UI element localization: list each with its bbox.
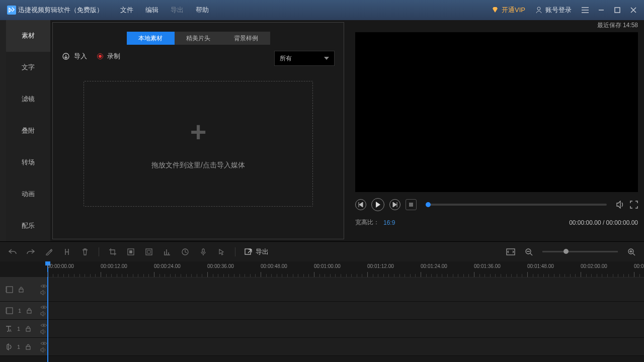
zoom-knob[interactable] — [564, 249, 569, 254]
svg-point-15 — [43, 285, 45, 287]
timeline-export-button[interactable]: 导出 — [245, 247, 269, 256]
svg-rect-8 — [202, 249, 204, 252]
sidebar-item-animation[interactable]: 动画 — [6, 178, 50, 210]
open-vip-button[interactable]: 开通VIP — [492, 6, 525, 15]
current-time: 00:00:00.00 — [569, 219, 601, 226]
tab-local-media[interactable]: 本地素材 — [127, 32, 175, 45]
vip-label: 开通VIP — [502, 6, 525, 15]
zoom-slider[interactable] — [542, 251, 618, 252]
next-frame-button[interactable] — [389, 199, 400, 210]
video-track[interactable] — [0, 278, 644, 302]
tab-intro[interactable]: 精美片头 — [175, 32, 222, 45]
ruler-label: 00:01:00.00 — [314, 263, 341, 269]
sidebar-item-transition[interactable]: 转场 — [6, 146, 50, 178]
mute-icon[interactable] — [40, 329, 47, 334]
undo-button[interactable] — [8, 247, 17, 256]
titlebar: 迅捷视频剪辑软件（免费版） 文件 编辑 导出 帮助 开通VIP 账号登录 — [0, 0, 644, 20]
track-body[interactable] — [47, 302, 644, 319]
menu-file[interactable]: 文件 — [120, 6, 133, 15]
aspect-ratio-value[interactable]: 16:9 — [383, 219, 395, 226]
split-button[interactable] — [62, 247, 71, 256]
fullscreen-button[interactable] — [630, 201, 638, 209]
svg-point-23 — [43, 342, 45, 344]
lock-icon[interactable] — [26, 308, 32, 314]
preview-panel: 宽高比： 16:9 00:00:00.00 / 00:00:00.00 — [346, 20, 644, 241]
record-button[interactable]: 录制 — [97, 52, 120, 61]
progress-knob[interactable] — [426, 202, 431, 207]
visibility-icon[interactable] — [40, 341, 47, 345]
audio-track[interactable]: 1 — [0, 338, 644, 356]
track-body[interactable] — [47, 278, 644, 301]
ruler-label: 00:01:48.00 — [527, 263, 554, 269]
app-logo-icon — [7, 6, 16, 15]
track-body[interactable] — [47, 320, 644, 337]
svg-rect-1 — [615, 8, 620, 13]
timeline-ruler[interactable]: 00:00:00.0000:00:12.0000:00:24.0000:00:3… — [0, 261, 644, 278]
maximize-button[interactable] — [614, 7, 621, 14]
record-icon — [97, 53, 103, 59]
import-button[interactable]: 导入 — [62, 52, 87, 61]
ruler-label: 00:01:24.00 — [421, 263, 447, 269]
stop-button[interactable] — [406, 199, 417, 210]
sidebar-item-text[interactable]: 文字 — [6, 52, 50, 83]
voiceover-button[interactable] — [199, 247, 208, 256]
preview-video — [355, 32, 638, 192]
redo-button[interactable] — [26, 247, 35, 256]
minimize-button[interactable] — [598, 7, 605, 14]
volume-button[interactable] — [616, 201, 625, 209]
visibility-icon[interactable] — [40, 323, 47, 327]
lock-icon[interactable] — [25, 326, 31, 332]
lock-icon[interactable] — [18, 287, 24, 293]
media-filter-dropdown[interactable]: 所有 — [274, 51, 335, 66]
mute-icon[interactable] — [40, 311, 47, 316]
sidebar-item-overlay[interactable]: 叠附 — [6, 115, 50, 147]
freeze-button[interactable] — [144, 247, 153, 256]
pip-track[interactable]: 1 — [0, 302, 644, 320]
ruler-label: 00:02:00.00 — [581, 263, 607, 269]
import-label: 导入 — [74, 52, 87, 61]
track-number: 1 — [17, 326, 20, 332]
export-icon — [245, 248, 253, 255]
menu-export[interactable]: 导出 — [171, 6, 184, 15]
delete-button[interactable] — [80, 247, 90, 256]
lock-icon[interactable] — [25, 344, 31, 350]
preview-time: 00:00:00.00 / 00:00:00.00 — [569, 219, 638, 226]
text-track[interactable]: A1 — [0, 320, 644, 338]
hamburger-menu-icon[interactable] — [582, 7, 589, 14]
zoom-out-button[interactable] — [524, 247, 533, 256]
menu-help[interactable]: 帮助 — [196, 6, 209, 15]
svg-text:A: A — [9, 329, 12, 332]
visibility-icon[interactable] — [40, 305, 47, 309]
plus-icon: + — [190, 118, 207, 146]
tab-background[interactable]: 背景样例 — [222, 32, 270, 45]
prev-frame-button[interactable] — [355, 199, 366, 210]
media-dropzone[interactable]: + 拖放文件到这里/点击导入媒体 — [84, 81, 313, 207]
ruler-label: 00:01:36.00 — [474, 263, 501, 269]
zoom-in-button[interactable] — [627, 247, 636, 256]
mute-icon[interactable] — [40, 347, 47, 352]
app-name: 迅捷视频剪辑软件（免费版） — [18, 6, 103, 15]
duration-button[interactable] — [181, 247, 190, 256]
preview-progress[interactable] — [426, 204, 607, 206]
play-button[interactable] — [371, 198, 384, 211]
mute-icon[interactable] — [40, 290, 47, 295]
crop-button[interactable] — [108, 247, 117, 256]
ruler-label: 00:00:00.00 — [47, 263, 74, 269]
menu-edit[interactable]: 编辑 — [145, 6, 158, 15]
chart-button[interactable] — [163, 247, 172, 256]
visibility-icon[interactable] — [40, 284, 47, 288]
account-login-button[interactable]: 账号登录 — [535, 6, 572, 15]
close-button[interactable] — [630, 7, 637, 14]
ruler-label: 00:00:12.00 — [101, 263, 127, 269]
track-body[interactable] — [47, 338, 644, 355]
svg-rect-14 — [19, 289, 23, 292]
fit-button[interactable] — [506, 247, 515, 256]
cursor-tool-button[interactable] — [217, 247, 226, 256]
sidebar-item-filter[interactable]: 滤镜 — [6, 83, 50, 115]
edit-tool-button[interactable] — [44, 247, 53, 256]
total-time: 00:00:00.00 — [606, 219, 638, 226]
sidebar-item-music[interactable]: 配乐 — [6, 210, 50, 241]
mosaic-button[interactable] — [126, 247, 135, 256]
sidebar-item-media[interactable]: 素材 — [6, 20, 50, 52]
track-head: A1 — [0, 320, 47, 337]
